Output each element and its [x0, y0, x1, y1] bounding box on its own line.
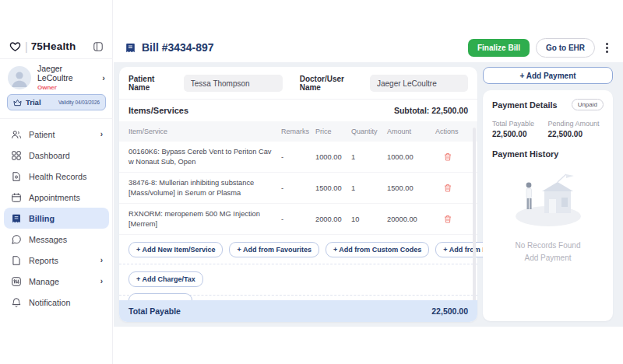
item-quantity: 10 [351, 215, 387, 223]
brand-separator: | [25, 40, 28, 53]
item-remarks: - [281, 153, 315, 161]
main-area: Bill #3434-897 Finalize Bill Go to EHR P… [114, 0, 623, 364]
col-amount: Amount [387, 128, 435, 135]
bill-card-scrollbar[interactable] [473, 128, 476, 306]
sidebar-item-patient[interactable]: Patient › [4, 124, 109, 145]
total-payable-value: 22,500.00 [431, 306, 468, 316]
go-to-ehr-button[interactable]: Go to EHR [536, 38, 595, 58]
sidebar-collapse-icon[interactable] [93, 41, 104, 52]
delete-item-icon[interactable] [443, 183, 468, 193]
items-services-header: Items/Services Subtotal: 22,500.00 [119, 100, 477, 121]
finalize-bill-button[interactable]: Finalize Bill [468, 39, 530, 57]
total-payable-label: Total Payable [492, 120, 548, 128]
total-payable-bar: Total Payable 22,500.00 [119, 300, 477, 322]
item-description: 38476-8: Mullerian inhibiting substance … [128, 173, 281, 202]
bill-icon [125, 42, 136, 54]
content-background: Patient Name Doctor/User Name Items/Serv… [114, 62, 623, 327]
item-remarks: - [281, 184, 315, 192]
chevron-right-icon: › [100, 277, 103, 285]
delete-item-icon[interactable] [443, 152, 468, 162]
doctor-name-input[interactable] [370, 75, 468, 92]
reports-icon [10, 255, 22, 266]
add-from-favourites-button[interactable]: + Add from Favourites [229, 242, 319, 257]
no-records-text: No Records Found [483, 241, 613, 250]
dashboard-icon [10, 150, 22, 161]
sidebar-item-notification[interactable]: Notification [4, 292, 109, 313]
sidebar-item-reports[interactable]: Reports › [4, 250, 109, 271]
billing-icon [10, 213, 22, 224]
bill-form-row: Patient Name Doctor/User Name [119, 67, 477, 100]
patient-name-label: Patient Name [128, 75, 177, 92]
app-window: | 75Health Jaeger LeCoultre Owner › Tria… [0, 0, 623, 364]
brand-name: 75Health [31, 40, 76, 52]
items-services-title: Items/Services [128, 106, 188, 115]
pending-amount-value: 22,500.00 [548, 130, 604, 138]
delete-item-icon[interactable] [443, 214, 468, 224]
item-price: 2000.00 [315, 215, 351, 223]
manage-icon [10, 276, 22, 287]
sidebar-item-messages[interactable]: Messages [4, 229, 109, 250]
items-table-header: Item/Service Remarks Price Quantity Amou… [119, 121, 477, 142]
table-row: 00160K6: Bypass Cereb Vent to Periton Ca… [119, 142, 477, 173]
col-price: Price [315, 128, 351, 135]
add-payment-button[interactable]: + Add Payment [483, 67, 613, 84]
table-row: RXNORM: meropenem 500 MG Injection [Merr… [119, 204, 477, 235]
bill-header: Bill #3434-897 Finalize Bill Go to EHR [114, 34, 623, 61]
payment-panel: + Add Payment Payment Details Unpaid Tot… [483, 67, 613, 321]
item-remarks: - [281, 215, 315, 223]
sidebar-item-appointments[interactable]: Appointments [4, 187, 109, 208]
payment-details-title: Payment Details [492, 100, 557, 110]
patients-icon [10, 129, 22, 140]
charge-row: + Add Charge/Tax [119, 264, 477, 296]
sidebar-nav: Patient › Dashboard Health Records Appoi… [4, 124, 109, 313]
trial-badge[interactable]: Trial Validity 04/03/2026 [7, 94, 106, 110]
user-role: Owner [37, 84, 86, 91]
col-item-service: Item/Service [128, 128, 281, 135]
total-payable-value: 22,500.00 [492, 130, 548, 138]
payment-details-card: Payment Details Unpaid Total Payable 22,… [483, 90, 613, 321]
subtotal-value: Subtotal: 22,500.00 [394, 106, 468, 115]
add-new-item-button[interactable]: + Add New Item/Service [128, 242, 223, 257]
patient-name-input[interactable] [184, 75, 283, 92]
item-amount: 1000.00 [387, 153, 435, 161]
payment-history-title: Payment History [492, 149, 604, 159]
page-title: Bill #3434-897 [142, 41, 214, 54]
col-quantity: Quantity [351, 128, 387, 135]
sidebar-item-dashboard[interactable]: Dashboard [4, 145, 109, 166]
user-name: Jaeger LeCoultre [37, 64, 86, 82]
doctor-name-label: Doctor/User Name [300, 75, 363, 92]
add-charge-tax-button[interactable]: + Add Charge/Tax [128, 271, 203, 287]
crown-icon [13, 99, 22, 107]
col-actions: Actions [435, 128, 468, 135]
sidebar-item-billing[interactable]: Billing [4, 208, 109, 229]
trial-validity: Validity 04/03/2026 [58, 100, 100, 105]
item-amount: 20000.00 [387, 215, 435, 223]
sidebar-divider [0, 118, 113, 119]
add-payment-hint: Add Payment [483, 254, 613, 262]
avatar [8, 66, 31, 89]
table-row: 38476-8: Mullerian inhibiting substance … [119, 173, 477, 204]
health-records-icon [10, 171, 22, 182]
item-price: 1000.00 [315, 153, 351, 161]
item-description: 00160K6: Bypass Cereb Vent to Periton Ca… [128, 142, 281, 171]
more-options-icon[interactable] [601, 41, 612, 54]
total-payable-label: Total Payable [128, 306, 181, 316]
partially-hidden-button [128, 293, 192, 300]
chevron-right-icon: › [102, 73, 105, 82]
item-amount: 1500.00 [387, 184, 435, 192]
user-profile[interactable]: Jaeger LeCoultre Owner › [0, 64, 113, 91]
pending-amount-label: Pending Amount [548, 120, 604, 128]
item-price: 1500.00 [315, 184, 351, 192]
bell-icon [10, 297, 22, 308]
add-from-custom-codes-button[interactable]: + Add from Custom Codes [326, 242, 429, 257]
bill-card: Patient Name Doctor/User Name Items/Serv… [119, 67, 477, 322]
empty-state: No Records Found Add Payment [483, 165, 613, 262]
chevron-right-icon: › [100, 256, 103, 264]
trial-label: Trial [26, 98, 41, 107]
sidebar-item-health-records[interactable]: Health Records [4, 166, 109, 187]
status-badge: Unpaid [572, 99, 604, 110]
col-remarks: Remarks [281, 128, 315, 135]
heart-logo-icon [9, 41, 21, 52]
sidebar-item-manage[interactable]: Manage › [4, 271, 109, 292]
item-description: RXNORM: meropenem 500 MG Injection [Merr… [128, 205, 281, 233]
